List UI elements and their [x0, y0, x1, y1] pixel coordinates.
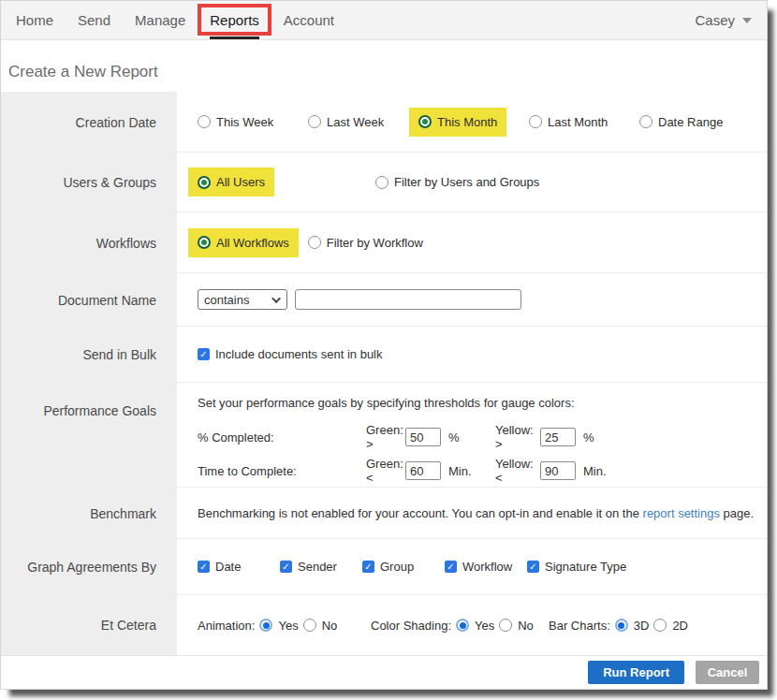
- report-form: Creation Date This Week Last Week This M…: [1, 92, 767, 655]
- match-type-value: contains: [204, 293, 249, 307]
- radio-label: All Workflows: [216, 236, 289, 250]
- document-name-label: Document Name: [1, 273, 177, 327]
- checkbox-label: Sender: [298, 560, 337, 574]
- radio-label: Yes: [475, 619, 494, 633]
- radio-filter-users-groups[interactable]: Filter by Users and Groups: [375, 175, 539, 189]
- radio-icon: [303, 619, 316, 632]
- nav-tab-manage[interactable]: Manage: [135, 1, 185, 39]
- radio-date-range[interactable]: Date Range: [639, 115, 723, 129]
- checkbox-workflow[interactable]: Workflow: [445, 560, 512, 574]
- animation-label: Animation:: [198, 619, 255, 633]
- radio-label: Date Range: [658, 115, 723, 129]
- goal-yellow-unit: %: [576, 430, 613, 445]
- row-et-cetera: Et Cetera Animation: Yes No Color Shadin…: [1, 595, 767, 655]
- radio-animation-no[interactable]: No: [303, 619, 338, 633]
- nav-tab-account[interactable]: Account: [284, 1, 334, 39]
- checkbox-checked-icon: [362, 561, 374, 573]
- row-document-name: Document Name contains: [1, 273, 767, 327]
- graph-agreements-label: Graph Agreements By: [1, 539, 177, 595]
- radio-last-week[interactable]: Last Week: [308, 115, 384, 129]
- checkbox-label: Date: [215, 560, 241, 574]
- radio-all-workflows[interactable]: All Workflows: [188, 228, 299, 257]
- radio-this-week[interactable]: This Week: [198, 115, 273, 129]
- animation-group: Animation: Yes No: [198, 619, 371, 633]
- radio-label: Filter by Users and Groups: [394, 175, 539, 189]
- benchmark-text-before: Benchmarking is not enabled for your acc…: [198, 506, 643, 520]
- benchmark-text: Benchmarking is not enabled for your acc…: [198, 506, 754, 520]
- checkbox-sender[interactable]: Sender: [280, 560, 337, 574]
- goal-green-input[interactable]: [405, 428, 441, 446]
- goal-yellow-input[interactable]: [540, 461, 576, 480]
- radio-selected-icon: [615, 619, 628, 632]
- radio-all-users[interactable]: All Users: [188, 168, 274, 197]
- radio-icon: [653, 619, 667, 632]
- goal-metric: % Completed:: [198, 430, 366, 445]
- goal-green-input[interactable]: [405, 461, 441, 480]
- radio-label: Last Month: [548, 115, 608, 129]
- row-workflows: Workflows All Workflows Filter by Workfl…: [1, 212, 767, 273]
- goal-yellow-label: Yellow: <: [495, 457, 540, 485]
- checkbox-checked-icon: [527, 561, 539, 573]
- run-report-button[interactable]: Run Report: [588, 661, 684, 684]
- report-settings-link[interactable]: report settings: [643, 506, 720, 520]
- radio-icon: [375, 176, 388, 189]
- document-name-input[interactable]: [295, 289, 521, 310]
- radio-filter-workflow[interactable]: Filter by Workflow: [308, 236, 423, 250]
- benchmark-text-after: page.: [720, 506, 754, 520]
- checkbox-checked-icon: [198, 561, 210, 573]
- goal-green-label: Green: <: [366, 457, 405, 485]
- goal-green-unit: %: [441, 430, 495, 445]
- radio-selected-icon: [198, 176, 211, 189]
- nav-tab-reports-label: Reports: [210, 12, 259, 28]
- checkbox-label: Workflow: [462, 560, 512, 574]
- top-nav: Home Send Manage Reports Account Casey: [1, 1, 767, 40]
- goal-yellow-input[interactable]: [540, 428, 576, 446]
- radio-selected-icon: [418, 115, 432, 128]
- chevron-down-icon: [742, 18, 752, 23]
- checkbox-date[interactable]: Date: [198, 560, 241, 574]
- nav-tab-send[interactable]: Send: [78, 1, 110, 39]
- radio-last-month[interactable]: Last Month: [529, 115, 608, 129]
- radio-label: No: [518, 619, 534, 633]
- radio-label: Yes: [278, 619, 298, 633]
- checkbox-label: Group: [380, 560, 414, 574]
- goal-metric: Time to Complete:: [198, 464, 366, 478]
- radio-bar-2d[interactable]: 2D: [653, 619, 688, 633]
- cancel-button[interactable]: Cancel: [696, 661, 759, 684]
- goal-green-unit: Min.: [441, 464, 495, 478]
- radio-label: 2D: [672, 619, 688, 633]
- user-name: Casey: [695, 12, 735, 28]
- radio-animation-yes[interactable]: Yes: [259, 619, 298, 633]
- chevron-down-icon: [271, 294, 281, 303]
- nav-tab-reports[interactable]: Reports: [210, 1, 259, 39]
- color-shading-label: Color Shading:: [371, 619, 451, 633]
- checkbox-group[interactable]: Group: [362, 560, 414, 574]
- radio-this-month[interactable]: This Month: [409, 108, 506, 137]
- goal-yellow-label: Yellow: >: [495, 423, 540, 451]
- radio-icon: [639, 115, 652, 128]
- checkbox-label: Include documents sent in bulk: [215, 347, 383, 361]
- radio-bar-3d[interactable]: 3D: [615, 619, 650, 633]
- radio-icon: [529, 115, 542, 128]
- radio-shading-no[interactable]: No: [499, 619, 534, 633]
- send-in-bulk-label: Send in Bulk: [1, 327, 177, 383]
- checkbox-signature-type[interactable]: Signature Type: [527, 560, 626, 574]
- goals-grid: % Completed: Green: > % Yellow: > % Time…: [198, 423, 613, 485]
- radio-label: No: [322, 619, 338, 633]
- radio-selected-icon: [259, 619, 272, 632]
- user-menu[interactable]: Casey: [695, 1, 752, 39]
- radio-selected-icon: [456, 619, 469, 632]
- bar-charts-group: Bar Charts: 3D 2D: [549, 619, 688, 633]
- radio-icon: [308, 115, 321, 128]
- nav-tab-home[interactable]: Home: [16, 1, 53, 39]
- goals-intro-text: Set your performance goals by specifying…: [198, 396, 575, 410]
- et-cetera-label: Et Cetera: [1, 595, 177, 655]
- radio-shading-yes[interactable]: Yes: [456, 619, 494, 633]
- goal-green-label: Green: >: [366, 423, 405, 451]
- match-type-select[interactable]: contains: [198, 289, 287, 310]
- radio-label: Filter by Workflow: [327, 236, 423, 250]
- page-title: Create a New Report: [8, 63, 767, 81]
- row-performance-goals: Performance Goals Set your performance g…: [1, 383, 767, 488]
- checkbox-include-bulk[interactable]: Include documents sent in bulk: [198, 347, 383, 361]
- checkbox-checked-icon: [280, 561, 292, 573]
